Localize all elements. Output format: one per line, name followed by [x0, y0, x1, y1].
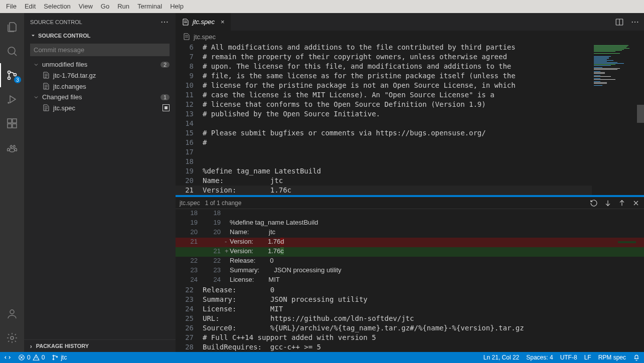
diff-line[interactable]: 2222Release: 0 — [176, 257, 644, 266]
menu-run[interactable]: Run — [113, 0, 133, 13]
code-line[interactable]: 18 — [176, 157, 644, 166]
tab-jtc-spec[interactable]: jtc.spec × — [176, 13, 231, 31]
commit-message-input[interactable] — [30, 44, 170, 56]
revert-icon[interactable] — [590, 199, 598, 207]
file-item[interactable]: jtc.spec — [24, 102, 176, 113]
activity-accounts[interactable] — [0, 302, 24, 326]
minimap[interactable] — [592, 43, 637, 195]
split-editor-icon[interactable] — [615, 18, 624, 27]
code-line[interactable]: 22Release: 0 — [176, 285, 644, 295]
editor-content-lower[interactable]: 22Release: 023Summary: JSON processing u… — [176, 285, 644, 352]
status-indentation[interactable]: Spaces: 4 — [526, 354, 553, 361]
editor-content[interactable]: 6# All modifications and additions to th… — [176, 43, 644, 195]
svg-rect-5 — [8, 119, 12, 123]
files-icon — [6, 21, 18, 33]
menu-edit[interactable]: Edit — [21, 0, 40, 13]
activity-source-control[interactable]: 3 — [0, 63, 24, 87]
activity-settings[interactable] — [0, 326, 24, 350]
next-change-icon[interactable] — [604, 199, 612, 207]
file-icon — [183, 33, 191, 41]
activity-run-debug[interactable] — [0, 87, 24, 111]
code-line[interactable]: 17 — [176, 147, 644, 157]
diff-peek-panel: jtc.spec 1 of 1 change 18181919%define t… — [176, 197, 644, 285]
editor-scrollbar[interactable] — [637, 43, 644, 195]
menu-terminal[interactable]: Terminal — [133, 0, 166, 13]
tab-close-icon[interactable]: × — [221, 18, 225, 26]
diff-line[interactable]: 2323Summary: JSON processing utility — [176, 266, 644, 276]
status-notifications[interactable] — [633, 354, 640, 361]
diff-line[interactable]: 21+Version: 1.76c — [176, 247, 644, 257]
diff-line[interactable]: 1818 — [176, 209, 644, 219]
svg-point-9 — [10, 310, 14, 314]
code-line[interactable]: 21Version: 1.76c — [176, 186, 644, 195]
menu-selection[interactable]: Selection — [40, 0, 74, 13]
menu-file[interactable]: File — [2, 0, 21, 13]
breadcrumb[interactable]: jtc.spec — [176, 31, 644, 43]
code-line[interactable]: 13# published by the Open Source Initiat… — [176, 109, 644, 119]
editor-more-icon[interactable]: ⋯ — [631, 17, 639, 27]
file-name: jtc.spec — [53, 104, 75, 112]
code-line[interactable]: 12# license that conforms to the Open So… — [176, 100, 644, 109]
search-icon — [6, 45, 18, 57]
svg-point-4 — [8, 102, 9, 103]
diff-line[interactable]: 1919%define tag_name LatestBuild — [176, 219, 644, 228]
code-line[interactable]: 9# file, is the same license as for the … — [176, 71, 644, 81]
code-line[interactable]: 28BuildRequires: gcc-c++ >= 5 — [176, 342, 644, 352]
code-line[interactable]: 11# case the license is the MIT License)… — [176, 90, 644, 100]
chevron-right-icon — [30, 343, 33, 349]
status-eol[interactable]: LF — [584, 354, 591, 361]
activity-opensuse[interactable] — [0, 135, 24, 159]
diff-line[interactable]: 21-Version: 1.76d — [176, 238, 644, 247]
code-line[interactable]: 7# remain the property of their copyrigh… — [176, 52, 644, 62]
menu-go[interactable]: Go — [97, 0, 113, 13]
activity-search[interactable] — [0, 39, 24, 63]
close-icon[interactable] — [632, 199, 640, 207]
branch-name: jtc — [61, 354, 67, 361]
code-line[interactable]: 6# All modifications and additions to th… — [176, 43, 644, 52]
activity-explorer[interactable] — [0, 15, 24, 39]
status-problems[interactable]: 0 0 — [18, 354, 45, 361]
svg-point-14 — [53, 358, 54, 359]
diff-line[interactable]: 2020Name: jtc — [176, 228, 644, 238]
gear-icon — [6, 332, 18, 344]
code-line[interactable]: 19%define tag_name LatestBuild — [176, 166, 644, 176]
status-encoding[interactable]: UTF-8 — [560, 354, 577, 361]
file-icon — [42, 71, 50, 79]
status-branch[interactable]: jtc — [52, 354, 67, 361]
group-label: unmodified files — [42, 61, 87, 68]
group-changed[interactable]: Changed files 1 — [24, 92, 176, 102]
code-line[interactable]: 25URL: https://github.com/ldn-softdev/jt… — [176, 314, 644, 323]
menu-help[interactable]: Help — [166, 0, 188, 13]
group-unmodified[interactable]: unmodified files 2 — [24, 59, 176, 70]
code-line[interactable]: 24License: MIT — [176, 304, 644, 314]
scm-section[interactable]: SOURCE CONTROL — [24, 31, 176, 41]
code-line[interactable]: 27# Full C++14 support added with versio… — [176, 333, 644, 342]
activity-extensions[interactable] — [0, 111, 24, 135]
menubar: File Edit Selection View Go Run Terminal… — [0, 0, 644, 13]
code-line[interactable]: 10# license for the pristine package is … — [176, 81, 644, 90]
tab-label: jtc.spec — [193, 18, 215, 26]
prev-change-icon[interactable] — [618, 199, 626, 207]
package-history-section[interactable]: PACKAGE HISTORY — [24, 339, 176, 352]
file-item[interactable]: jtc.changes — [24, 81, 176, 92]
code-line[interactable]: 8# upon. The license for this file, and … — [176, 62, 644, 71]
sidebar-header: SOURCE CONTROL ⋯ — [24, 13, 176, 31]
error-count: 0 — [27, 354, 31, 361]
sidebar-more-icon[interactable]: ⋯ — [160, 17, 170, 27]
code-line[interactable]: 20Name: jtc — [176, 176, 644, 186]
diff-change-count: 1 of 1 change — [205, 200, 242, 207]
code-line[interactable]: 16# — [176, 138, 644, 147]
code-line[interactable]: 14 — [176, 119, 644, 128]
status-cursor-position[interactable]: Ln 21, Col 22 — [484, 354, 519, 361]
chevron-down-icon — [33, 62, 39, 68]
menu-view[interactable]: View — [75, 0, 97, 13]
status-remote[interactable] — [4, 354, 11, 361]
diff-minimap[interactable] — [617, 209, 637, 285]
file-item[interactable]: jtc-1.76d.tar.gz — [24, 70, 176, 81]
diff-line[interactable]: 2424License: MIT — [176, 276, 644, 285]
code-line[interactable]: 26Source0: %{URL}/archive/%{tag_name}.ta… — [176, 323, 644, 333]
code-line[interactable]: 15# Please submit bugfixes or comments v… — [176, 128, 644, 138]
chevron-down-icon — [30, 33, 36, 39]
status-language[interactable]: RPM spec — [598, 354, 626, 361]
code-line[interactable]: 23Summary: JSON processing utility — [176, 295, 644, 304]
